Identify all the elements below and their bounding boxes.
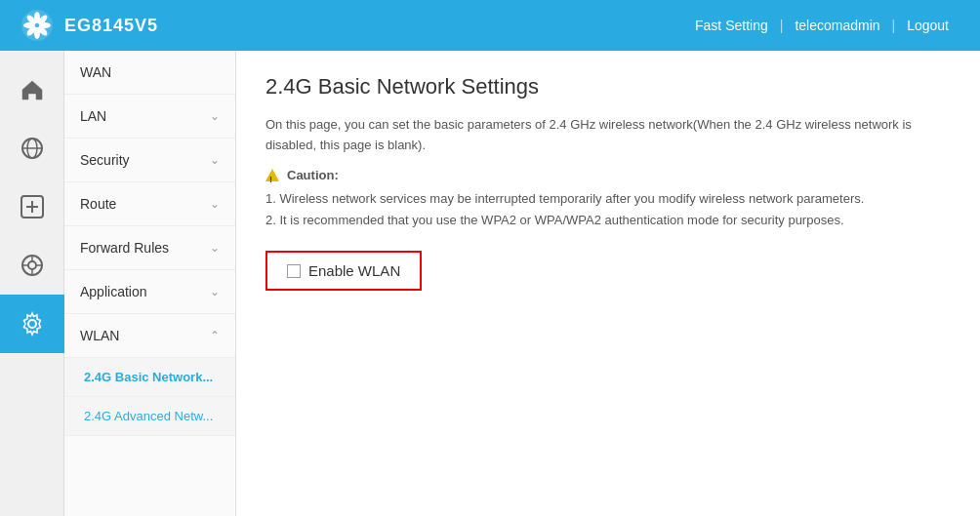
caution-list: 1. Wireless network services may be inte…: [265, 188, 951, 231]
sidebar-item-wan-label: WAN: [80, 64, 111, 80]
header-nav: Fast Setting | telecomadmin | Logout: [683, 18, 960, 33]
caution-item-1: 1. Wireless network services may be inte…: [265, 188, 951, 210]
chevron-down-icon: ⌄: [210, 109, 220, 123]
user-link[interactable]: telecomadmin: [783, 18, 891, 33]
nav-divider-1: |: [780, 18, 784, 33]
page-title: 2.4G Basic Network Settings: [265, 74, 951, 99]
sidebar-item-forward-rules[interactable]: Forward Rules ⌄: [64, 226, 235, 270]
caution-item-2: 2. It is recommended that you use the WP…: [265, 210, 951, 231]
enable-wlan-label[interactable]: Enable WLAN: [308, 262, 400, 279]
sidebar-item-application[interactable]: Application ⌄: [64, 270, 235, 314]
warning-icon: !: [265, 169, 279, 181]
content-area: 2.4G Basic Network Settings On this page…: [236, 51, 980, 516]
chevron-down-icon: ⌄: [210, 285, 220, 298]
huawei-logo: [20, 8, 55, 43]
enable-wlan-checkbox[interactable]: [287, 264, 301, 278]
logo: EG8145V5: [20, 8, 158, 43]
sidebar-sub-item-24g-advanced-label: 2.4G Advanced Netw...: [84, 409, 213, 423]
chevron-down-icon: ⌄: [210, 241, 220, 255]
text-sidebar: WAN LAN ⌄ Security ⌄ Route ⌄ Forward Rul…: [64, 51, 236, 516]
logout-link[interactable]: Logout: [895, 18, 960, 33]
sidebar-item-route-label: Route: [80, 196, 116, 212]
header: EG8145V5 Fast Setting | telecomadmin | L…: [0, 0, 980, 51]
nav-divider-2: |: [892, 18, 896, 33]
svg-point-21: [28, 320, 36, 328]
sidebar-item-application-label: Application: [80, 284, 147, 299]
sidebar-sub-item-24g-basic-label: 2.4G Basic Network...: [84, 370, 213, 384]
sidebar-item-wlan[interactable]: WLAN ⌃: [64, 314, 235, 358]
app-title: EG8145V5: [64, 16, 158, 36]
sidebar-item-wan[interactable]: WAN: [64, 51, 235, 95]
sidebar-item-wlan-label: WLAN: [80, 328, 119, 343]
sidebar-item-forward-rules-label: Forward Rules: [80, 240, 169, 256]
sidebar-icon-route[interactable]: [0, 236, 64, 295]
sidebar-item-route[interactable]: Route ⌄: [64, 182, 235, 226]
svg-point-16: [28, 261, 36, 269]
sidebar-item-lan-label: LAN: [80, 108, 106, 124]
caution-label: ! Caution:: [265, 164, 951, 186]
sidebar-sub-item-24g-advanced[interactable]: 2.4G Advanced Netw...: [64, 397, 235, 436]
chevron-down-icon: ⌄: [210, 197, 220, 211]
sidebar-item-security-label: Security: [80, 152, 130, 168]
icon-sidebar: [0, 51, 64, 516]
caution-section: ! Caution: 1. Wireless network services …: [265, 164, 951, 232]
sidebar-icon-plus[interactable]: [0, 178, 64, 236]
sidebar-icon-settings[interactable]: [0, 295, 64, 353]
enable-wlan-box: Enable WLAN: [265, 251, 422, 291]
content-description: On this page, you can set the basic para…: [265, 115, 951, 156]
fast-setting-link[interactable]: Fast Setting: [683, 18, 780, 33]
chevron-up-icon: ⌃: [210, 329, 220, 342]
sidebar-icon-home[interactable]: [0, 60, 64, 119]
main-layout: WAN LAN ⌄ Security ⌄ Route ⌄ Forward Rul…: [0, 51, 980, 516]
chevron-down-icon: ⌄: [210, 153, 220, 167]
sidebar-sub-item-24g-basic[interactable]: 2.4G Basic Network...: [64, 358, 235, 397]
sidebar-item-security[interactable]: Security ⌄: [64, 139, 235, 182]
sidebar-icon-network[interactable]: [0, 119, 64, 178]
sidebar-item-lan[interactable]: LAN ⌄: [64, 95, 235, 139]
